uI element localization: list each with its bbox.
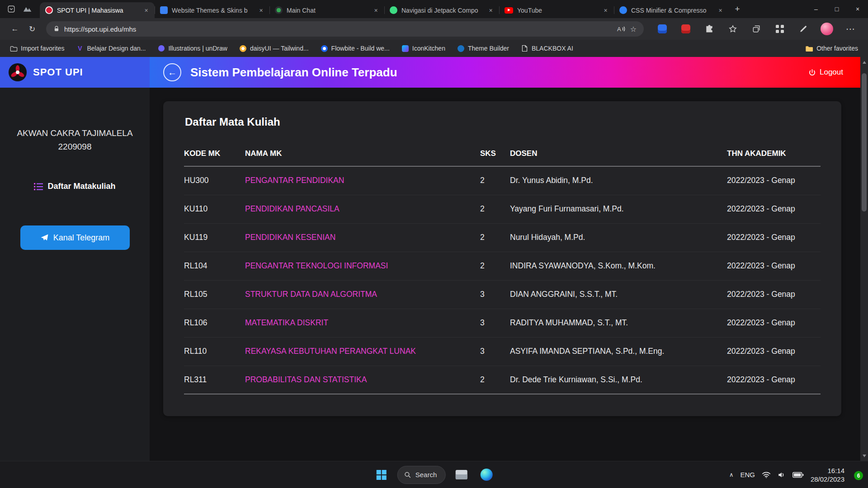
logout-button[interactable]: Logout: [808, 68, 843, 77]
list-icon: [34, 183, 43, 191]
table-row: RL104 PENGANTAR TEKNOLOGI INFORMASI 2 IN…: [184, 252, 821, 280]
scroll-down-icon[interactable]: [860, 452, 868, 460]
extensions-puzzle-icon[interactable]: [702, 21, 717, 37]
upi-logo: [8, 63, 27, 82]
browser-scrollbar[interactable]: [860, 57, 868, 461]
start-button[interactable]: [372, 465, 391, 484]
add-favorite-star-icon[interactable]: ☆: [630, 25, 637, 33]
app-back-icon[interactable]: ←: [163, 63, 181, 81]
refresh-icon[interactable]: ↻: [24, 21, 40, 37]
search-label: Search: [415, 471, 437, 479]
pinned-tab-mountain-icon[interactable]: [21, 2, 34, 16]
tab-actions-icon[interactable]: [5, 2, 18, 16]
extension-red-icon[interactable]: [678, 21, 693, 37]
v-logo-icon: V: [76, 45, 84, 52]
apps-grid-icon[interactable]: [772, 21, 788, 37]
tab-close-icon[interactable]: ×: [716, 6, 725, 14]
tab-close-icon[interactable]: ×: [486, 6, 495, 14]
paper-plane-icon: [40, 234, 49, 242]
tab-youtube[interactable]: YouTube ×: [499, 2, 614, 18]
cell-sks: 2: [480, 252, 510, 280]
favorite-iconkitchen[interactable]: IconKitchen: [401, 45, 445, 52]
tab-title: Website Themes & Skins b: [172, 7, 253, 14]
tab-strip: SPOT UPI | Mahasiswa × Website Themes & …: [0, 0, 868, 18]
extension-blue-icon[interactable]: [655, 21, 670, 37]
course-link[interactable]: REKAYASA KEBUTUHAN PERANGKAT LUNAK: [245, 347, 416, 356]
new-tab-button[interactable]: +: [731, 2, 744, 16]
course-link[interactable]: STRUKTUR DATA DAN ALGORITMA: [245, 290, 377, 299]
tab-main-chat[interactable]: Main Chat ×: [269, 2, 384, 18]
toolbar-icon-cluster: ⋯: [655, 21, 858, 37]
app-window-icon[interactable]: [452, 465, 471, 484]
tab-close-icon[interactable]: ×: [257, 6, 265, 14]
cell-sks: 2: [480, 223, 510, 252]
course-link[interactable]: PENDIDIKAN PANCASILA: [245, 204, 340, 213]
tab-css-minifier[interactable]: CSS Minifier & Compresso ×: [614, 2, 729, 18]
blackbox-document-icon: [521, 45, 528, 52]
windows-logo-icon: [377, 470, 387, 480]
tab-spot-upi[interactable]: SPOT UPI | Mahasiswa ×: [40, 2, 155, 18]
tab-close-icon[interactable]: ×: [142, 6, 151, 14]
profile-avatar[interactable]: [819, 21, 835, 37]
cell-thn: 2022/2023 - Genap: [727, 252, 821, 280]
course-link[interactable]: PROBABILITAS DAN STATISTIKA: [245, 375, 367, 384]
collections-icon[interactable]: [749, 21, 764, 37]
taskbar-search[interactable]: Search: [397, 466, 446, 484]
page-content: Daftar Mata Kuliah KODE MK NAMA MK SKS D…: [150, 88, 860, 461]
favorite-daisyui[interactable]: daisyUI — Tailwind...: [239, 45, 309, 52]
app-header-title: Sistem Pembelajaran Online Terpadu: [190, 66, 397, 80]
volume-icon[interactable]: [778, 471, 786, 479]
browser-menu-icon[interactable]: ⋯: [843, 21, 858, 37]
other-favorites[interactable]: Other favorites: [805, 45, 858, 52]
course-link[interactable]: PENGANTAR TEKNOLOGI INFORMASI: [245, 261, 388, 270]
tab-close-icon[interactable]: ×: [601, 6, 610, 14]
course-link[interactable]: PENDIDIKAN KESENIAN: [245, 233, 335, 242]
folder-icon: [805, 45, 813, 52]
tab-jetpack-compose[interactable]: Navigasi di Jetpack Compo ×: [384, 2, 499, 18]
back-icon[interactable]: ←: [7, 21, 23, 37]
address-bar[interactable]: https://spot.upi.edu/mhs A ☆: [46, 21, 644, 37]
cell-kode: RL311: [184, 366, 245, 394]
undraw-icon: [157, 45, 165, 52]
table-row: HU300 PENGANTAR PENDIDIKAN 2 Dr. Yunus A…: [184, 166, 821, 195]
favorite-theme-builder[interactable]: Theme Builder: [457, 45, 509, 52]
cell-dosen: DIAN ANGGRAINI, S.S.T., MT.: [510, 280, 727, 309]
wifi-icon[interactable]: [762, 471, 771, 479]
notification-badge[interactable]: 6: [854, 471, 863, 480]
scroll-up-icon[interactable]: [860, 58, 868, 66]
favorite-import[interactable]: Import favorites: [10, 45, 64, 52]
cell-thn: 2022/2023 - Genap: [727, 223, 821, 252]
jetpack-compose-favicon: [390, 6, 397, 14]
clock-date: 28/02/2023: [811, 475, 844, 483]
maximize-button[interactable]: □: [826, 0, 847, 18]
tab-close-icon[interactable]: ×: [372, 6, 380, 14]
favorites-hub-icon[interactable]: [725, 21, 741, 37]
close-window-button[interactable]: ×: [847, 0, 868, 18]
web-capture-pen-icon[interactable]: [796, 21, 811, 37]
favorite-undraw[interactable]: Illustrations | unDraw: [157, 45, 227, 52]
battery-icon[interactable]: [793, 472, 804, 478]
course-link[interactable]: PENGANTAR PENDIDIKAN: [245, 176, 344, 185]
favorite-flowbite[interactable]: Flowbite - Build we...: [321, 45, 390, 52]
course-link[interactable]: MATEMATIKA DISKRIT: [245, 318, 328, 327]
tray-chevron-icon[interactable]: ∧: [729, 471, 734, 478]
tab-website-themes[interactable]: Website Themes & Skins b ×: [155, 2, 269, 18]
url-text: https://spot.upi.edu/mhs: [64, 25, 613, 33]
favorite-belajar-design[interactable]: V Belajar Design dan...: [76, 45, 146, 52]
minimize-button[interactable]: –: [806, 0, 826, 18]
cell-thn: 2022/2023 - Genap: [727, 166, 821, 195]
import-favorites-icon: [10, 45, 18, 52]
scrollbar-thumb[interactable]: [862, 73, 867, 211]
cell-sks: 2: [480, 366, 510, 394]
favorites-bar: Import favorites V Belajar Design dan...…: [0, 40, 868, 57]
cell-thn: 2022/2023 - Genap: [727, 366, 821, 394]
sidebar-item-daftar-matakuliah[interactable]: Daftar Matakuliah: [0, 182, 150, 191]
favorite-blackbox[interactable]: BLACKBOX AI: [521, 45, 573, 52]
edge-icon[interactable]: [477, 465, 496, 484]
language-indicator[interactable]: ENG: [740, 471, 755, 479]
col-header-dosen: DOSEN: [510, 141, 727, 166]
telegram-button[interactable]: Kanal Telegram: [20, 225, 130, 250]
taskbar-clock[interactable]: 16:14 28/02/2023: [811, 466, 844, 483]
read-aloud-icon[interactable]: A: [617, 26, 626, 33]
cell-thn: 2022/2023 - Genap: [727, 309, 821, 337]
